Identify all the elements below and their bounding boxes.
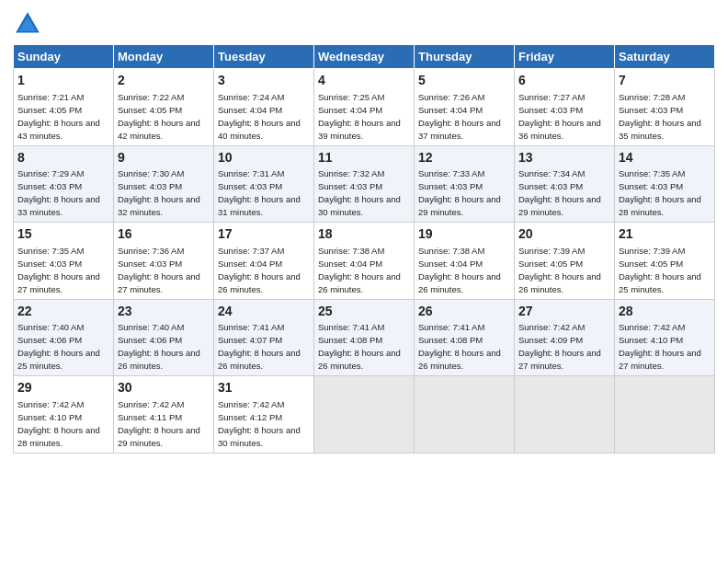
day-cell-7: 7 Sunrise: 7:28 AMSunset: 4:03 PMDayligh…: [615, 69, 715, 146]
day-info: Sunrise: 7:40 AMSunset: 4:06 PMDaylight:…: [118, 322, 200, 371]
day-cell-5: 5 Sunrise: 7:26 AMSunset: 4:04 PMDayligh…: [415, 69, 515, 146]
day-info: Sunrise: 7:42 AMSunset: 4:10 PMDaylight:…: [619, 322, 701, 371]
weekday-header-friday: Friday: [515, 45, 615, 69]
day-cell-22: 22 Sunrise: 7:40 AMSunset: 4:06 PMDaylig…: [14, 299, 114, 376]
day-info: Sunrise: 7:30 AMSunset: 4:03 PMDaylight:…: [118, 168, 200, 217]
day-info: Sunrise: 7:42 AMSunset: 4:11 PMDaylight:…: [118, 399, 200, 448]
day-number: 29: [17, 379, 109, 397]
day-number: 1: [17, 72, 109, 90]
day-number: 20: [518, 225, 610, 244]
empty-cell: [314, 376, 415, 454]
weekday-header-monday: Monday: [114, 45, 214, 69]
day-info: Sunrise: 7:32 AMSunset: 4:03 PMDaylight:…: [318, 168, 401, 217]
day-info: Sunrise: 7:42 AMSunset: 4:10 PMDaylight:…: [17, 399, 100, 448]
day-info: Sunrise: 7:42 AMSunset: 4:12 PMDaylight:…: [218, 399, 301, 448]
day-cell-15: 15 Sunrise: 7:35 AMSunset: 4:03 PMDaylig…: [14, 223, 114, 300]
calendar-table: SundayMondayTuesdayWednesdayThursdayFrid…: [13, 44, 715, 454]
day-info: Sunrise: 7:37 AMSunset: 4:04 PMDaylight:…: [218, 246, 301, 294]
weekday-header-wednesday: Wednesday: [314, 45, 415, 69]
day-info: Sunrise: 7:29 AMSunset: 4:03 PMDaylight:…: [17, 168, 100, 217]
week-row-1: 1 Sunrise: 7:21 AMSunset: 4:05 PMDayligh…: [14, 69, 715, 146]
day-number: 6: [518, 72, 610, 90]
day-number: 15: [17, 225, 109, 244]
page: SundayMondayTuesdayWednesdayThursdayFrid…: [0, 0, 728, 563]
day-info: Sunrise: 7:25 AMSunset: 4:04 PMDaylight:…: [318, 92, 401, 141]
day-number: 3: [218, 72, 310, 90]
day-number: 26: [418, 303, 510, 321]
day-cell-18: 18 Sunrise: 7:38 AMSunset: 4:04 PMDaylig…: [314, 223, 415, 300]
day-info: Sunrise: 7:36 AMSunset: 4:03 PMDaylight:…: [118, 246, 200, 294]
day-info: Sunrise: 7:41 AMSunset: 4:08 PMDaylight:…: [318, 322, 401, 371]
day-info: Sunrise: 7:38 AMSunset: 4:04 PMDaylight:…: [418, 246, 501, 294]
day-number: 12: [418, 149, 510, 167]
weekday-header-thursday: Thursday: [415, 45, 515, 69]
day-cell-28: 28 Sunrise: 7:42 AMSunset: 4:10 PMDaylig…: [615, 299, 715, 376]
day-info: Sunrise: 7:21 AMSunset: 4:05 PMDaylight:…: [17, 92, 100, 141]
day-cell-25: 25 Sunrise: 7:41 AMSunset: 4:08 PMDaylig…: [314, 299, 415, 376]
day-cell-27: 27 Sunrise: 7:42 AMSunset: 4:09 PMDaylig…: [515, 299, 615, 376]
header: [13, 9, 715, 39]
day-number: 22: [17, 303, 109, 321]
day-number: 28: [619, 303, 711, 321]
day-number: 8: [17, 149, 109, 167]
day-info: Sunrise: 7:39 AMSunset: 4:05 PMDaylight:…: [619, 246, 701, 294]
day-info: Sunrise: 7:41 AMSunset: 4:07 PMDaylight:…: [218, 322, 301, 371]
day-number: 10: [218, 149, 310, 167]
day-number: 16: [118, 225, 210, 244]
day-number: 13: [518, 149, 610, 167]
day-cell-17: 17 Sunrise: 7:37 AMSunset: 4:04 PMDaylig…: [214, 223, 314, 300]
day-cell-11: 11 Sunrise: 7:32 AMSunset: 4:03 PMDaylig…: [314, 145, 415, 223]
day-cell-10: 10 Sunrise: 7:31 AMSunset: 4:03 PMDaylig…: [214, 145, 314, 223]
week-row-4: 22 Sunrise: 7:40 AMSunset: 4:06 PMDaylig…: [14, 299, 715, 376]
day-number: 18: [318, 225, 410, 244]
day-cell-30: 30 Sunrise: 7:42 AMSunset: 4:11 PMDaylig…: [114, 376, 214, 454]
day-cell-14: 14 Sunrise: 7:35 AMSunset: 4:03 PMDaylig…: [615, 145, 715, 223]
day-info: Sunrise: 7:38 AMSunset: 4:04 PMDaylight:…: [318, 246, 401, 294]
day-number: 5: [418, 72, 510, 90]
day-cell-8: 8 Sunrise: 7:29 AMSunset: 4:03 PMDayligh…: [14, 145, 114, 223]
day-number: 11: [318, 149, 410, 167]
day-cell-21: 21 Sunrise: 7:39 AMSunset: 4:05 PMDaylig…: [615, 223, 715, 300]
day-number: 30: [118, 379, 210, 397]
day-number: 21: [619, 225, 711, 244]
day-info: Sunrise: 7:39 AMSunset: 4:05 PMDaylight:…: [518, 246, 601, 294]
empty-cell: [515, 376, 615, 454]
day-number: 9: [118, 149, 210, 167]
day-info: Sunrise: 7:33 AMSunset: 4:03 PMDaylight:…: [418, 168, 501, 217]
day-number: 4: [318, 72, 410, 90]
day-info: Sunrise: 7:27 AMSunset: 4:03 PMDaylight:…: [518, 92, 601, 141]
day-cell-9: 9 Sunrise: 7:30 AMSunset: 4:03 PMDayligh…: [114, 145, 214, 223]
day-cell-19: 19 Sunrise: 7:38 AMSunset: 4:04 PMDaylig…: [415, 223, 515, 300]
weekday-header-saturday: Saturday: [615, 45, 715, 69]
day-cell-2: 2 Sunrise: 7:22 AMSunset: 4:05 PMDayligh…: [114, 69, 214, 146]
week-row-2: 8 Sunrise: 7:29 AMSunset: 4:03 PMDayligh…: [14, 145, 715, 223]
weekday-header-sunday: Sunday: [14, 45, 114, 69]
day-cell-31: 31 Sunrise: 7:42 AMSunset: 4:12 PMDaylig…: [214, 376, 314, 454]
day-cell-1: 1 Sunrise: 7:21 AMSunset: 4:05 PMDayligh…: [14, 69, 114, 146]
day-number: 23: [118, 303, 210, 321]
day-number: 19: [418, 225, 510, 244]
empty-cell: [415, 376, 515, 454]
weekday-header-tuesday: Tuesday: [214, 45, 314, 69]
day-info: Sunrise: 7:24 AMSunset: 4:04 PMDaylight:…: [218, 92, 301, 141]
day-number: 25: [318, 303, 410, 321]
day-info: Sunrise: 7:31 AMSunset: 4:03 PMDaylight:…: [218, 168, 301, 217]
calendar-body: 1 Sunrise: 7:21 AMSunset: 4:05 PMDayligh…: [14, 69, 715, 454]
day-cell-26: 26 Sunrise: 7:41 AMSunset: 4:08 PMDaylig…: [415, 299, 515, 376]
day-number: 7: [619, 72, 711, 90]
day-number: 17: [218, 225, 310, 244]
day-info: Sunrise: 7:35 AMSunset: 4:03 PMDaylight:…: [619, 168, 701, 217]
day-cell-16: 16 Sunrise: 7:36 AMSunset: 4:03 PMDaylig…: [114, 223, 214, 300]
empty-cell: [615, 376, 715, 454]
day-number: 14: [619, 149, 711, 167]
logo-icon: [13, 9, 42, 39]
day-cell-20: 20 Sunrise: 7:39 AMSunset: 4:05 PMDaylig…: [515, 223, 615, 300]
day-cell-4: 4 Sunrise: 7:25 AMSunset: 4:04 PMDayligh…: [314, 69, 415, 146]
day-info: Sunrise: 7:42 AMSunset: 4:09 PMDaylight:…: [518, 322, 601, 371]
day-cell-12: 12 Sunrise: 7:33 AMSunset: 4:03 PMDaylig…: [415, 145, 515, 223]
day-number: 2: [118, 72, 210, 90]
day-info: Sunrise: 7:40 AMSunset: 4:06 PMDaylight:…: [17, 322, 100, 371]
weekday-header-row: SundayMondayTuesdayWednesdayThursdayFrid…: [14, 45, 715, 69]
day-info: Sunrise: 7:22 AMSunset: 4:05 PMDaylight:…: [118, 92, 200, 141]
day-cell-23: 23 Sunrise: 7:40 AMSunset: 4:06 PMDaylig…: [114, 299, 214, 376]
